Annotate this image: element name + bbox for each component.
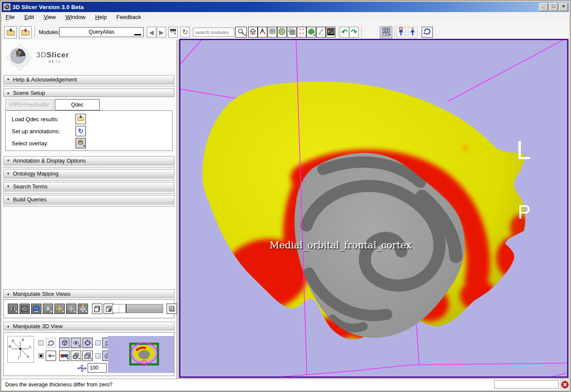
module-history-button[interactable]: [168, 27, 178, 38]
next-module-button[interactable]: ▶: [157, 27, 166, 38]
tab-fips-freesurfer[interactable]: FIPS+FreeSurfer: [5, 99, 54, 110]
stacked-grid-icon: [268, 28, 276, 36]
center-view-button[interactable]: [82, 338, 93, 348]
panel-header-label: Annotation & Display Options: [13, 157, 86, 164]
look-from-checkbox[interactable]: [38, 353, 44, 358]
axis-label-i: I: [18, 355, 19, 360]
layout-button[interactable]: [380, 26, 392, 38]
menu-feedback[interactable]: Feedback: [113, 12, 145, 20]
mouse-pick-button[interactable]: [396, 27, 406, 38]
slice-crosshair-button[interactable]: ▾: [54, 304, 65, 314]
menu-edit[interactable]: Edit: [20, 12, 38, 20]
undo-icon: ↶: [341, 28, 347, 37]
volume-sphere-icon: [278, 28, 286, 37]
look-from-button[interactable]: [46, 351, 56, 361]
menu-view[interactable]: View: [40, 12, 60, 20]
search-modules-input[interactable]: [193, 28, 234, 37]
title-bar[interactable]: 3D Slicer Version 3.0 Beta _ □ ×: [2, 2, 569, 12]
3d-viewport[interactable]: L P Medial_orbital_frontal_cortex Medial…: [179, 39, 568, 378]
panel-header-build-queries[interactable]: ▼Build Queries: [3, 195, 174, 204]
roi-module-button[interactable]: ▾: [306, 27, 316, 38]
modules-dropdown[interactable]: QueryAtlas: [59, 27, 144, 37]
fiducial-tree-module-button[interactable]: [258, 27, 267, 38]
mouse-place-button[interactable]: ✳: [408, 27, 417, 38]
dropdown-slider-icon: [134, 30, 141, 35]
status-message: Does the average thickness differ from z…: [5, 382, 113, 388]
maximize-button[interactable]: □: [549, 3, 558, 11]
module-refresh-button[interactable]: ↻: [180, 27, 190, 38]
colors-module-button[interactable]: [326, 27, 335, 38]
screenshot-button[interactable]: ▾: [71, 351, 81, 361]
volumes-module-button[interactable]: [277, 27, 287, 38]
panel-header-3d-view[interactable]: ▲Manipulate 3D View: [3, 322, 174, 330]
orientation-axes-widget[interactable]: P S L R I A: [7, 336, 34, 363]
save-scene-button[interactable]: [19, 26, 32, 38]
layer-b-icon: B: [105, 305, 112, 312]
undo-button[interactable]: ↶: [340, 27, 349, 38]
view-3d-controls: P S L R I A ▾ ▾ ▾ ▾: [3, 332, 174, 376]
stereo-button[interactable]: ▾: [59, 351, 69, 361]
previous-module-button[interactable]: ◀: [147, 27, 156, 38]
menu-file[interactable]: File: [2, 12, 19, 20]
slice-foreground-layer-button[interactable]: F: [167, 304, 177, 314]
mouse-rotate-button[interactable]: [422, 27, 433, 38]
editor-module-button[interactable]: [316, 27, 326, 38]
toolbar-separator: [394, 25, 395, 38]
panel-header-annotation-display[interactable]: ▼Annotation & Display Options: [3, 156, 174, 165]
minimize-button[interactable]: _: [539, 3, 548, 11]
collapsed-triangle-icon: ▼: [6, 78, 10, 82]
panel-header-ontology-mapping[interactable]: ▼Ontology Mapping: [3, 169, 174, 178]
rotate-3d-icon: [423, 27, 432, 37]
menu-window[interactable]: Window: [62, 12, 89, 20]
spin-button[interactable]: [46, 338, 56, 348]
cancel-button[interactable]: [560, 380, 570, 389]
slice-annotation-button[interactable]: A▾: [43, 304, 53, 314]
navigation-thumbnail[interactable]: [108, 336, 174, 373]
status-input[interactable]: [494, 380, 559, 389]
load-scene-button[interactable]: [4, 26, 17, 38]
menu-help[interactable]: Help: [91, 12, 110, 20]
dropdown-icon: ▾: [313, 34, 315, 37]
panel-header-scene-setup[interactable]: ▲Scene Setup: [3, 88, 174, 97]
close-button[interactable]: ×: [559, 3, 568, 11]
frame-stack-button[interactable]: ▾: [82, 351, 93, 361]
redo-icon: ↷: [351, 28, 357, 37]
rotate-ud-checkbox[interactable]: [95, 353, 101, 358]
dropdown-icon: ▾: [85, 310, 87, 314]
slice-pan-button[interactable]: ▾: [78, 304, 88, 314]
slice-layers-button[interactable]: [92, 304, 102, 314]
select-overlay-button[interactable]: ▾: [76, 138, 86, 148]
collapsed-panel-bar: [3, 85, 174, 87]
search-modules-button[interactable]: ▾: [235, 27, 247, 38]
toolbar-separator: [35, 25, 35, 38]
panel-header-search-terms[interactable]: ▼Search Terms: [3, 182, 174, 191]
select-overlay-label: Select overlay:: [12, 140, 48, 147]
setup-annotations-button[interactable]: ↻: [76, 126, 86, 136]
zoom-percent-input[interactable]: [88, 363, 107, 373]
spin-checkbox[interactable]: [38, 340, 44, 345]
rotate-lr-checkbox[interactable]: [95, 340, 101, 345]
panel-header-slice-views[interactable]: ▲Manipulate Slice Views: [3, 289, 174, 298]
view-visibility-button[interactable]: ▾: [71, 338, 81, 348]
home-module-button[interactable]: [248, 27, 258, 38]
expanded-triangle-icon: ▲: [6, 292, 10, 296]
slice-visibility-button[interactable]: ▾: [8, 304, 18, 314]
bounding-box-button[interactable]: [59, 338, 69, 348]
slice-fade-button[interactable]: [19, 304, 30, 314]
panel-header-help[interactable]: ▼Help & Acknowledgement: [3, 75, 174, 84]
panel-header-label: Search Terms: [13, 183, 47, 190]
tab-qdec[interactable]: Qdec: [55, 99, 100, 110]
slicer-logo-beta: BETA: [48, 60, 62, 64]
models-module-button[interactable]: [287, 27, 297, 38]
scene-setup-groupbox: Load Qdec results: Set up annotations: ↻…: [5, 110, 173, 151]
fiducials-module-button[interactable]: * ** *: [297, 27, 306, 38]
dropdown-icon: ▾: [83, 144, 85, 148]
data-module-button[interactable]: [268, 27, 277, 38]
load-qdec-button[interactable]: [76, 114, 86, 124]
slice-grid-button[interactable]: ▾: [66, 304, 76, 314]
slice-screen-button[interactable]: [31, 304, 41, 314]
collapsed-panel-bar: [3, 204, 174, 207]
status-bar: Does the average thickness differ from z…: [2, 379, 569, 391]
redo-button[interactable]: ↷: [349, 27, 359, 38]
slice-opacity-slider[interactable]: [112, 304, 163, 313]
